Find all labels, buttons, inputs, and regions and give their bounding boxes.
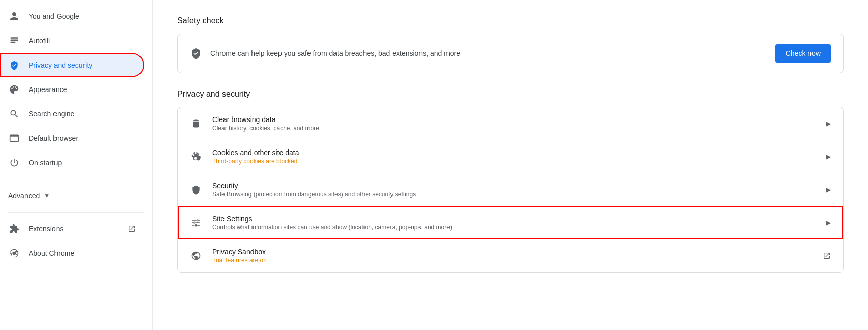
chevron-down-icon: ▼ <box>44 192 50 199</box>
safety-check-title: Safety check <box>177 16 844 25</box>
security-content: Security Safe Browsing (protection from … <box>212 182 818 198</box>
site-settings-item[interactable]: Site Settings Controls what information … <box>178 206 843 239</box>
arrow-icon-site-settings: ▶ <box>826 219 831 226</box>
sidebar-label-default-browser: Default browser <box>29 134 136 142</box>
about-chrome-label: About Chrome <box>29 249 136 257</box>
shield-check-icon <box>190 47 202 59</box>
sidebar-item-extensions[interactable]: Extensions <box>0 217 144 241</box>
check-now-button[interactable]: Check now <box>775 44 831 63</box>
svg-rect-2 <box>11 42 16 43</box>
site-settings-icon <box>190 217 202 229</box>
sidebar-item-default-browser[interactable]: Default browser <box>0 126 144 151</box>
palette-icon <box>8 83 20 96</box>
sidebar-label-on-startup: On startup <box>29 159 136 167</box>
safety-check-card: Chrome can help keep you safe from data … <box>177 34 844 73</box>
svg-rect-1 <box>11 40 18 41</box>
site-settings-subtitle: Controls what information sites can use … <box>212 224 818 231</box>
sidebar-item-autofill[interactable]: Autofill <box>0 28 144 53</box>
privacy-sandbox-subtitle: Trial features are on <box>212 257 815 264</box>
site-settings-title: Site Settings <box>212 215 818 223</box>
chrome-icon <box>8 247 20 259</box>
sidebar-label-you-and-google: You and Google <box>29 12 136 20</box>
security-icon <box>190 184 202 196</box>
sidebar-divider-1 <box>8 179 144 179</box>
security-title: Security <box>212 182 818 190</box>
sidebar-item-on-startup[interactable]: On startup <box>0 151 144 175</box>
sidebar-label-privacy: Privacy and security <box>29 61 136 69</box>
sidebar-item-search-engine[interactable]: Search engine <box>0 102 144 126</box>
browser-icon <box>8 132 20 144</box>
arrow-icon-cookies: ▶ <box>826 153 831 160</box>
sidebar-advanced[interactable]: Advanced ▼ <box>0 184 152 208</box>
sidebar-item-about-chrome[interactable]: About Chrome <box>0 241 144 265</box>
cookies-subtitle: Third-party cookies are blocked <box>212 158 818 165</box>
privacy-sandbox-content: Privacy Sandbox Trial features are on <box>212 248 815 264</box>
autofill-icon <box>8 35 20 47</box>
shield-icon <box>8 59 20 71</box>
external-link-icon <box>128 225 136 233</box>
svg-rect-0 <box>11 37 18 39</box>
extensions-label: Extensions <box>29 225 128 233</box>
privacy-sandbox-title: Privacy Sandbox <box>212 248 815 256</box>
safety-check-description: Chrome can help keep you safe from data … <box>210 49 775 57</box>
arrow-icon-clear: ▶ <box>826 120 831 127</box>
privacy-sandbox-icon <box>190 250 202 262</box>
cookies-title: Cookies and other site data <box>212 148 818 157</box>
search-icon <box>8 108 20 120</box>
sidebar-item-privacy-and-security[interactable]: Privacy and security <box>0 53 144 77</box>
svg-rect-4 <box>10 135 19 136</box>
person-icon <box>8 10 20 22</box>
trash-icon <box>190 117 202 130</box>
cookies-item[interactable]: Cookies and other site data Third-party … <box>178 140 843 173</box>
sidebar-label-appearance: Appearance <box>29 85 136 94</box>
clear-browsing-subtitle: Clear history, cookies, cache, and more <box>212 125 818 132</box>
security-subtitle: Safe Browsing (protection from dangerous… <box>212 191 818 198</box>
cookies-content: Cookies and other site data Third-party … <box>212 148 818 165</box>
clear-browsing-content: Clear browsing data Clear history, cooki… <box>212 115 818 132</box>
clear-browsing-title: Clear browsing data <box>212 115 818 124</box>
external-link-icon-sandbox <box>823 252 831 260</box>
sidebar-item-you-and-google[interactable]: You and Google <box>0 4 144 28</box>
sidebar-label-search-engine: Search engine <box>29 110 136 118</box>
privacy-settings-list: Clear browsing data Clear history, cooki… <box>177 107 844 273</box>
extensions-icon <box>8 223 20 235</box>
clear-browsing-data-item[interactable]: Clear browsing data Clear history, cooki… <box>178 107 843 140</box>
power-icon <box>8 157 20 169</box>
security-item[interactable]: Security Safe Browsing (protection from … <box>178 173 843 206</box>
sidebar-divider-2 <box>8 212 144 213</box>
sidebar: You and Google Autofill Privacy and secu… <box>0 0 153 330</box>
advanced-label: Advanced <box>8 192 40 200</box>
site-settings-content: Site Settings Controls what information … <box>212 215 818 231</box>
sidebar-label-autofill: Autofill <box>29 37 136 45</box>
arrow-icon-security: ▶ <box>826 186 831 193</box>
privacy-section-title: Privacy and security <box>177 89 844 99</box>
privacy-sandbox-item[interactable]: Privacy Sandbox Trial features are on <box>178 239 843 272</box>
sidebar-item-appearance[interactable]: Appearance <box>0 77 144 102</box>
cookies-icon <box>190 151 202 163</box>
main-content: Safety check Chrome can help keep you sa… <box>153 0 868 330</box>
